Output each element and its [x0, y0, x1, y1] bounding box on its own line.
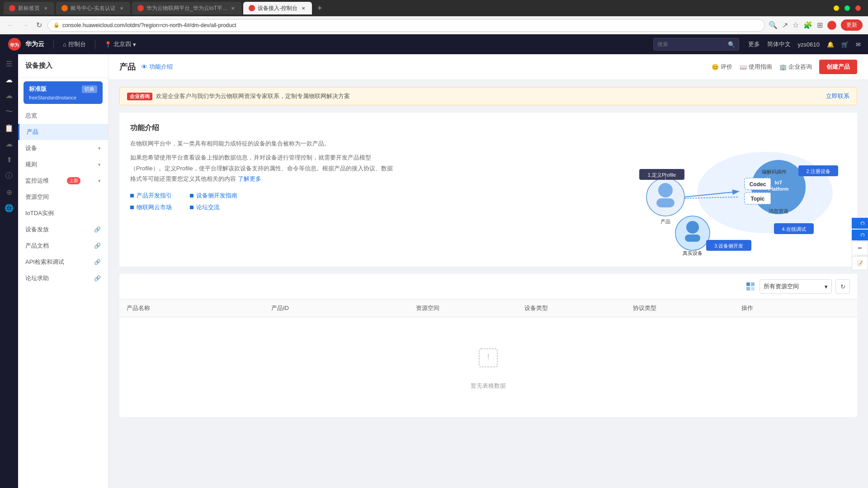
table-section: 所有资源空间 ▾ ↻ 产品名称 产品ID 资源空间 设备类型 协议类型 操作: [119, 274, 857, 417]
tab-close-2[interactable]: ✕: [118, 5, 125, 11]
sidebar-item-iotda[interactable]: IoTDA实例: [18, 205, 108, 221]
refresh-button[interactable]: ↻: [835, 279, 850, 294]
sidebar-item-monitor[interactable]: 监控运维 上新 ▾: [18, 173, 108, 189]
consult-button[interactable]: 🏢 企业咨询: [779, 63, 812, 71]
link-forum[interactable]: 论坛交流: [190, 203, 237, 211]
sidebar-item-forum[interactable]: 论坛求助 🔗: [18, 270, 108, 286]
guide-button[interactable]: 📖 使用指南: [740, 63, 772, 71]
left-nav-title: 设备接入: [18, 54, 108, 78]
sidebar-cloud-icon[interactable]: ☁: [5, 75, 13, 84]
sidebar-menu-icon[interactable]: ☰: [6, 60, 12, 68]
resource-space-select[interactable]: 所有资源空间 ▾: [760, 279, 832, 294]
link-device-dev[interactable]: 设备侧开发指南: [190, 192, 237, 200]
sidebar-info-icon[interactable]: ⓘ: [5, 171, 13, 181]
evaluate-button[interactable]: 😊 评价: [712, 63, 732, 71]
location-icon: 📍: [104, 41, 112, 48]
region-arrow-icon: ▾: [133, 41, 136, 48]
link-forum-label: 论坛交流: [196, 203, 220, 211]
tab-account[interactable]: 账号中心-实名认证 ✕: [56, 2, 130, 14]
create-product-button[interactable]: 创建产品: [819, 60, 857, 74]
link-product-dev[interactable]: 产品开发指引: [130, 192, 172, 200]
float-btn-c2[interactable]: C: [852, 230, 868, 240]
tab-favicon-1: [9, 5, 15, 11]
sidebar-item-product[interactable]: 产品: [18, 124, 108, 140]
proddoc-label: 产品文档: [25, 242, 49, 250]
sidebar-group-icon[interactable]: ⊕: [6, 188, 12, 197]
back-button[interactable]: ←: [5, 20, 16, 30]
nav-divider-2: [95, 40, 95, 49]
svg-text:Codec: Codec: [750, 181, 766, 188]
user-avatar-icon[interactable]: [827, 21, 836, 30]
share-icon[interactable]: ↗: [782, 21, 788, 29]
learn-more-link[interactable]: 了解更多: [238, 175, 261, 182]
forward-button[interactable]: →: [20, 20, 31, 30]
svg-text:Platform: Platform: [769, 186, 789, 192]
architecture-diagram: IoT Platform Codec Topic 编解码插件 消息管道: [611, 138, 846, 256]
lang-switcher[interactable]: 简体中文: [767, 40, 791, 48]
region-selector[interactable]: 📍 北京四 ▾: [104, 40, 136, 48]
empty-text: 暂无表格数据: [471, 382, 506, 390]
sidebar-task-icon[interactable]: 📋: [5, 124, 14, 132]
home-icon: ⌂: [63, 41, 66, 48]
sidebar-cloud3-icon[interactable]: ☁: [5, 140, 13, 148]
instance-switch-button[interactable]: 切换: [82, 85, 97, 93]
url-text: console.huaweicloud.com/iotdm/?region=cn…: [62, 22, 236, 28]
tab-close-3[interactable]: ✕: [230, 5, 236, 11]
maximize-button[interactable]: [844, 5, 850, 11]
tab-close-1[interactable]: ✕: [42, 5, 49, 11]
sidebar-cloud2-icon[interactable]: ☁: [5, 91, 13, 100]
sidebar-item-proddoc[interactable]: 产品文档 🔗: [18, 238, 108, 254]
nav-search-input[interactable]: [657, 41, 725, 47]
new-tab-button[interactable]: +: [314, 4, 326, 13]
search-icon[interactable]: 🔍: [769, 21, 778, 29]
col-product-id: 产品ID: [271, 304, 416, 312]
mail-icon[interactable]: ✉: [856, 41, 861, 48]
sidebar-item-overview[interactable]: 总览: [18, 108, 108, 124]
sidebar-globe-icon[interactable]: 🌐: [5, 204, 14, 212]
svg-text:!: !: [487, 352, 490, 362]
func-intro-link[interactable]: 👁 功能介绍: [141, 63, 173, 71]
rules-arrow-icon: ▾: [98, 162, 101, 168]
cart-icon[interactable]: 🛒: [841, 41, 849, 48]
layout-icon[interactable]: ⊞: [817, 21, 823, 29]
url-bar[interactable]: 🔒 console.huaweicloud.com/iotdm/?region=…: [47, 19, 765, 32]
float-btn-pen[interactable]: ✏: [852, 241, 868, 255]
minimize-button[interactable]: [834, 5, 839, 11]
float-btn-note[interactable]: 📝: [852, 256, 868, 270]
reload-button[interactable]: ↻: [34, 20, 44, 30]
puzzle-icon[interactable]: 🧩: [803, 21, 812, 29]
instance-name: freeStandardInstance: [29, 95, 97, 100]
sidebar-item-api[interactable]: API检索和调试 🔗: [18, 254, 108, 270]
sidebar-item-resource[interactable]: 资源空间: [18, 189, 108, 205]
tab-new[interactable]: 新标签页 ✕: [4, 2, 54, 14]
more-link[interactable]: 更多: [748, 40, 760, 48]
device-arrow-icon: ▾: [98, 145, 101, 151]
star-icon[interactable]: ☆: [793, 21, 799, 29]
building-icon: 🏢: [779, 64, 787, 70]
sidebar-upload-icon[interactable]: ⬆: [6, 155, 12, 164]
tab-device[interactable]: 设备接入-控制台 ✕: [243, 2, 312, 14]
tab-iot[interactable]: 华为云物联网平台_华为云IoT平... ✕: [132, 2, 241, 14]
update-button[interactable]: 更新: [841, 19, 863, 31]
sidebar-item-devrelease[interactable]: 设备发放 🔗: [18, 221, 108, 238]
link-iot-market[interactable]: 物联网云市场: [130, 203, 172, 211]
tab-favicon-4: [249, 5, 255, 11]
link-square-icon-2: [130, 206, 134, 209]
tab-close-4[interactable]: ✕: [300, 5, 307, 11]
sidebar-item-device[interactable]: 设备 ▾: [18, 140, 108, 156]
sidebar-wave-icon[interactable]: 〜: [5, 107, 13, 117]
tab-label-1: 新标签页: [18, 5, 40, 12]
notification-icon[interactable]: 🔔: [827, 41, 834, 48]
nav-search-box[interactable]: 🔍: [653, 38, 739, 51]
banner-link[interactable]: 立即联系: [826, 92, 849, 100]
left-nav: 设备接入 标准版 切换 freeStandardInstance 总览 产品 设…: [18, 54, 108, 488]
svg-point-18: [686, 221, 699, 234]
sidebar-item-rules[interactable]: 规则 ▾: [18, 156, 108, 173]
console-link[interactable]: ⌂ 控制台: [63, 40, 86, 48]
monitor-badge: 上新: [67, 177, 80, 184]
user-menu[interactable]: yzs0610: [798, 41, 820, 48]
float-btn-c1[interactable]: C: [852, 218, 868, 229]
page-title: 产品: [119, 61, 136, 72]
feature-desc-p1: 在物联网平台中，某一类具有相同能力或特征的设备的集合被称为一款产品。: [130, 138, 395, 149]
close-button[interactable]: [855, 5, 861, 11]
